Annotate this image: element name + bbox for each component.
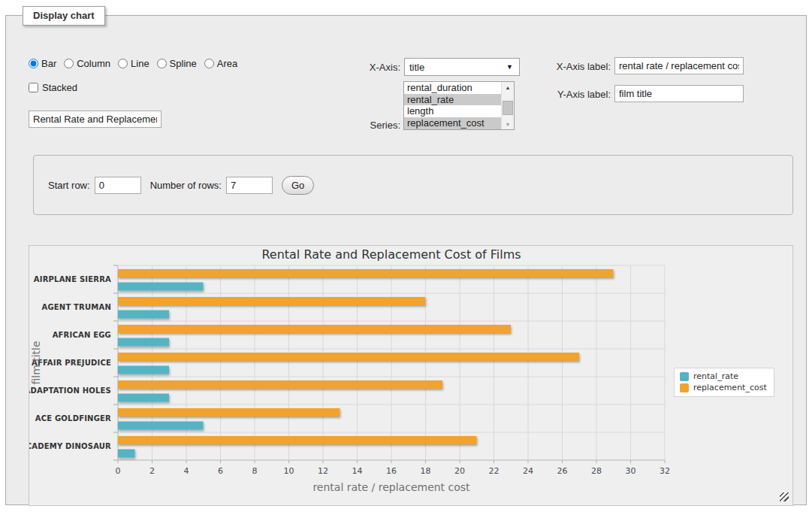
x-axis-select[interactable]: title ▼ [404, 58, 520, 76]
stacked-checkbox[interactable] [29, 83, 38, 92]
svg-text:24: 24 [523, 466, 533, 476]
scroll-down-icon[interactable]: ▼ [502, 119, 514, 129]
legend-swatch-replacement-cost [680, 383, 689, 392]
legend-label-rental-rate: rental_rate [693, 371, 738, 381]
row-range-box: Start row: Number of rows: Go [33, 155, 793, 215]
panel-legend-title: Display chart [23, 6, 105, 26]
svg-text:0: 0 [116, 466, 121, 476]
series-option-rental-rate[interactable]: rental_rate [404, 94, 501, 106]
scroll-thumb[interactable] [503, 101, 513, 115]
svg-text:Rental Rate and Replacement Co: Rental Rate and Replacement Cost of Film… [261, 247, 521, 262]
chart-type-radio-group: Bar Column Line Spline Area [29, 58, 237, 69]
svg-text:ACADEMY DINOSAUR: ACADEMY DINOSAUR [29, 442, 111, 450]
x-axis-selected-value: title [409, 62, 506, 73]
svg-text:26: 26 [557, 466, 568, 476]
radio-pair-column: Column [64, 58, 110, 69]
num-rows-label: Number of rows: [150, 180, 222, 191]
display-chart-panel: Bar Column Line Spline Area Stacked [5, 15, 807, 505]
svg-text:20: 20 [454, 466, 465, 476]
svg-text:16: 16 [386, 466, 397, 476]
svg-text:22: 22 [489, 466, 500, 476]
series-list-label: Series: [340, 120, 400, 131]
y-axis-label-input[interactable] [614, 85, 744, 102]
radio-spline[interactable] [157, 59, 167, 68]
svg-text:18: 18 [421, 466, 431, 476]
svg-text:6: 6 [218, 466, 223, 476]
svg-text:AGENT TRUMAN: AGENT TRUMAN [41, 303, 111, 311]
x-axis-select-label: X-Axis: [340, 62, 400, 73]
radio-pair-area: Area [204, 58, 237, 69]
radio-label-area: Area [217, 58, 237, 69]
svg-text:10: 10 [284, 466, 294, 476]
series-option-length[interactable]: length [404, 105, 501, 117]
svg-text:film title: film title [30, 341, 42, 384]
svg-text:8: 8 [252, 466, 258, 476]
svg-text:AFFAIR PREJUDICE: AFFAIR PREJUDICE [32, 359, 111, 367]
chart-title-input[interactable] [29, 111, 161, 128]
svg-text:rental rate / replacement cost: rental rate / replacement cost [312, 481, 470, 493]
radio-area[interactable] [204, 59, 214, 68]
chart-container: 02468101214161820222426283032AIRPLANE SI… [29, 245, 793, 506]
scroll-track[interactable] [502, 92, 514, 119]
y-axis-label-label: Y-Axis label: [524, 89, 611, 100]
series-listbox[interactable]: rental_duration rental_rate length repla… [403, 81, 515, 130]
series-list-scrollbar[interactable]: ▲ ▼ [501, 82, 514, 129]
svg-text:30: 30 [626, 466, 636, 476]
svg-text:12: 12 [318, 466, 328, 476]
stacked-row: Stacked [29, 82, 77, 93]
legend-item-replacement-cost[interactable]: replacement_cost [680, 383, 767, 392]
page: Bar Column Line Spline Area Stacked [0, 0, 812, 512]
go-button[interactable]: Go [282, 176, 314, 195]
scroll-up-icon[interactable]: ▲ [502, 82, 514, 92]
svg-text:2: 2 [149, 466, 155, 476]
svg-text:ACE GOLDFINGER: ACE GOLDFINGER [35, 414, 111, 423]
radio-pair-bar: Bar [29, 58, 56, 69]
legend-swatch-rental-rate [680, 372, 689, 381]
svg-text:32: 32 [660, 466, 670, 476]
x-axis-label-label: X-Axis label: [524, 61, 611, 72]
chart-legend: rental_rate replacement_cost [674, 368, 774, 397]
series-option-replacement-cost[interactable]: replacement_cost [404, 117, 501, 129]
radio-pair-line: Line [118, 58, 149, 69]
radio-column[interactable] [64, 59, 74, 68]
num-rows-input[interactable] [226, 177, 273, 194]
start-row-input[interactable] [95, 177, 141, 194]
svg-text:ADAPTATION HOLES: ADAPTATION HOLES [29, 386, 111, 395]
svg-text:4: 4 [184, 466, 189, 476]
radio-bar[interactable] [29, 59, 38, 68]
svg-text:AIRPLANE SIERRA: AIRPLANE SIERRA [34, 275, 111, 283]
svg-text:28: 28 [591, 466, 602, 476]
radio-label-spline: Spline [170, 58, 197, 69]
radio-label-column: Column [77, 58, 110, 69]
legend-item-rental-rate[interactable]: rental_rate [680, 371, 767, 381]
radio-label-bar: Bar [41, 58, 56, 69]
series-options: rental_duration rental_rate length repla… [404, 82, 501, 129]
start-row-label: Start row: [48, 180, 90, 191]
radio-line[interactable] [118, 59, 128, 68]
svg-text:AFRICAN EGG: AFRICAN EGG [53, 331, 111, 339]
radio-label-line: Line [131, 58, 149, 69]
legend-label-replacement-cost: replacement_cost [693, 383, 767, 392]
x-axis-label-input[interactable] [614, 57, 744, 74]
chevron-down-icon: ▼ [506, 63, 513, 71]
radio-pair-spline: Spline [157, 58, 197, 69]
row-range-controls: Start row: Number of rows: Go [48, 176, 314, 195]
stacked-label: Stacked [42, 82, 77, 93]
svg-text:14: 14 [352, 466, 363, 476]
resize-handle-icon[interactable] [780, 492, 789, 501]
series-option-rental-duration[interactable]: rental_duration [404, 82, 501, 94]
